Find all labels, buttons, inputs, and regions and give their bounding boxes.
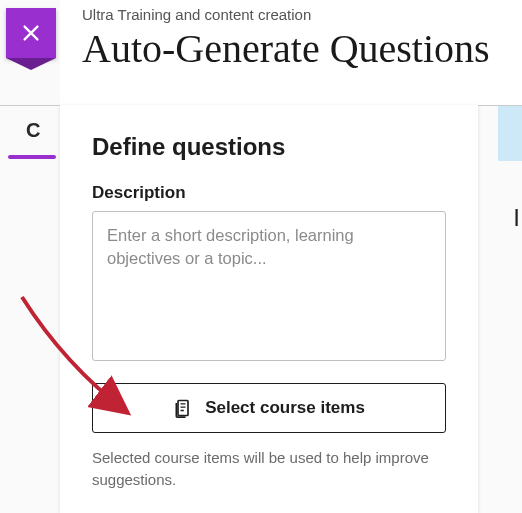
select-course-items-button[interactable]: Select course items xyxy=(92,383,446,433)
section-heading: Define questions xyxy=(92,133,446,161)
close-icon xyxy=(20,22,42,44)
background-tab-letter: C xyxy=(26,119,40,142)
background-tab-underline xyxy=(8,155,56,159)
page-title: Auto-Generate Questions xyxy=(82,25,522,72)
close-button[interactable] xyxy=(6,8,56,58)
background-highlight-strip xyxy=(498,106,522,161)
panel-header: Ultra Training and content creation Auto… xyxy=(60,0,522,105)
breadcrumb: Ultra Training and content creation xyxy=(82,6,522,23)
selection-hint: Selected course items will be used to he… xyxy=(92,447,446,491)
background-right-letter: I xyxy=(513,204,520,232)
course-items-icon xyxy=(173,398,193,418)
select-course-items-label: Select course items xyxy=(205,398,365,418)
description-label: Description xyxy=(92,183,446,203)
main-panel: Define questions Description Select cour… xyxy=(60,105,478,513)
description-textarea[interactable] xyxy=(92,211,446,361)
